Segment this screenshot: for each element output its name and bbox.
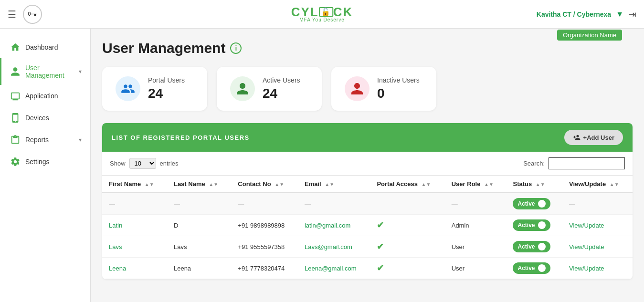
layout: Dashboard User Management ▾ Application … [0,29,644,302]
cell-action: View/Update [562,258,633,279]
status-toggle[interactable]: Active [513,262,550,274]
sidebar-label-devices: Devices [25,114,49,122]
view-update-link[interactable]: View/Update [569,222,604,229]
col-email[interactable]: Email ▲▼ [298,176,370,193]
stat-card-portal-users: Portal Users 24 [102,67,207,111]
col-last-name[interactable]: Last Name ▲▼ [167,176,231,193]
sidebar-label-reports: Reports [25,136,49,144]
sidebar-label-settings: Settings [25,158,50,166]
cell-portal-access: ✔ [370,215,444,236]
cell-status: Active [506,236,562,258]
table-row: — — — — — Active — [102,193,633,215]
sidebar-label-dashboard: Dashboard [25,43,58,51]
view-update-link[interactable]: View/Update [569,265,604,272]
view-update-link[interactable]: View/Update [569,243,604,250]
person-icon [10,66,21,77]
sidebar-item-dashboard[interactable]: Dashboard [0,36,90,58]
users-table: First Name ▲▼ Last Name ▲▼ Contact No ▲▼… [102,175,633,279]
cell-role: Admin [445,215,507,236]
col-first-name[interactable]: First Name ▲▼ [102,176,167,193]
col-status[interactable]: Status ▲▼ [506,176,562,193]
status-toggle[interactable]: Active [513,219,550,231]
search-label: Search: [523,160,545,167]
table-row: Leena Leena +91 7778320474 Leena@gmail.c… [102,258,633,279]
col-view-update[interactable]: View/Update ▲▼ [562,176,633,193]
email-link[interactable]: Lavs@gmail.com [305,243,352,250]
sidebar-item-reports[interactable]: Reports ▾ [0,129,90,151]
portal-users-icon-wrap [116,76,140,101]
cell-status: Active [506,215,562,236]
list-section: LIST OF REGISTERED PORTAL USERS +Add Use… [102,123,633,279]
first-name-link[interactable]: Leena [109,265,126,272]
home-icon [10,42,21,52]
email-link[interactable]: Leena@gmail.com [305,265,357,272]
active-users-value: 24 [263,86,300,101]
stat-card-active-users: Active Users 24 [217,67,322,111]
show-entries: Show 10 25 50 100 entries [110,158,179,169]
header: ☰ 🗝 CYL🔓CK MFA You Deserve Kavitha CT / … [0,0,644,29]
sidebar-label-application: Application [25,92,58,100]
first-name-link[interactable]: Lavs [109,243,122,250]
cell-portal-access: ✔ [370,236,444,258]
cell-first-name: Latin [102,215,167,236]
cell-last-name: Leena [167,258,231,279]
logo-wrap: CYL🔓CK MFA You Deserve [291,6,353,22]
stat-card-inactive-users: Inactive Users 0 [331,67,436,111]
active-users-icon-wrap [230,76,255,101]
sidebar-item-application[interactable]: Application [0,85,90,107]
logout-icon[interactable]: ⇥ [628,9,636,20]
checkmark: ✔ [377,242,384,251]
page-title-row: User Management i [102,40,633,56]
cell-first-name: Lavs [102,236,167,258]
active-users-label: Active Users [263,76,300,84]
info-icon[interactable]: i [230,42,242,54]
first-name-link[interactable]: Latin [109,222,122,229]
sidebar-item-settings[interactable]: Settings [0,151,90,173]
cell-email: Lavs@gmail.com [298,236,370,258]
status-toggle[interactable]: Active [513,198,550,209]
active-users-info: Active Users 24 [263,76,300,101]
inactive-users-info: Inactive Users 0 [377,76,420,101]
add-user-icon [573,134,581,141]
add-user-button[interactable]: +Add User [564,130,623,145]
cell-last-name: D [167,215,231,236]
checkmark: ✔ [377,263,384,273]
menu-icon[interactable]: ☰ [8,9,16,20]
status-toggle[interactable]: Active [513,241,550,252]
cell-status: Active [506,193,562,215]
table-wrapper: First Name ▲▼ Last Name ▲▼ Contact No ▲▼… [102,175,633,279]
add-user-label: +Add User [583,134,614,141]
toggle-circle [538,221,546,229]
inactive-users-icon-wrap [345,76,370,101]
entries-select[interactable]: 10 25 50 100 [129,158,156,169]
inactive-users-icon [350,82,364,96]
portal-users-value: 24 [148,86,185,101]
email-link[interactable]: latin@gmail.com [305,222,350,229]
cell-action: — [562,193,633,215]
col-portal-access[interactable]: Portal Access ▲▼ [370,176,444,193]
search-input[interactable] [549,157,625,169]
main-content: User Management i Portal Users 24 [91,29,644,302]
toggle-circle [538,243,546,250]
sidebar-item-user-management[interactable]: User Management ▾ [0,58,90,85]
stats-row: Portal Users 24 Active Users 24 [102,67,633,111]
sidebar: Dashboard User Management ▾ Application … [0,29,91,302]
table-row: Lavs Lavs +91 9555597358 Lavs@gmail.com … [102,236,633,258]
sidebar-item-devices[interactable]: Devices [0,107,90,129]
user-dropdown-arrow[interactable]: ▼ [616,10,623,19]
cell-email: latin@gmail.com [298,215,370,236]
inactive-users-value: 0 [377,86,420,101]
cell-first-name: Leena [102,258,167,279]
col-contact[interactable]: Contact No ▲▼ [231,176,298,193]
cell-role: — [445,193,507,215]
user-label[interactable]: Kavitha CT / Cybernexa [537,10,611,18]
portal-users-info: Portal Users 24 [148,76,185,101]
active-users-icon [235,82,250,96]
show-label: Show [110,160,126,167]
list-header-title: LIST OF REGISTERED PORTAL USERS [112,134,250,141]
tablet-icon [10,113,21,123]
col-user-role[interactable]: User Role ▲▼ [445,176,507,193]
org-name-badge: Organization Name [557,30,622,41]
toggle-circle [538,200,546,208]
checkmark: ✔ [377,220,384,230]
